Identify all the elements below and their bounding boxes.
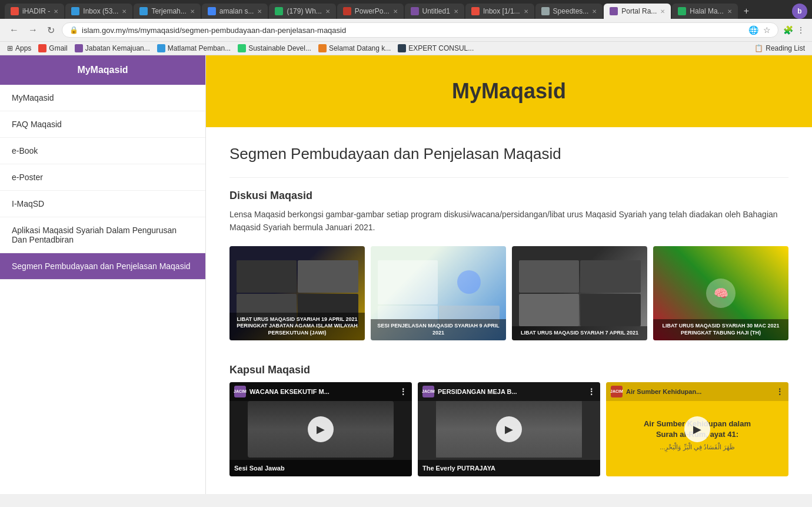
- selamat-favicon: [318, 44, 327, 52]
- page-content: MyMaqasid MyMaqasid FAQ Maqasid e-Book e…: [0, 55, 812, 494]
- tab-favicon: [208, 7, 216, 15]
- sidebar-item-faq[interactable]: FAQ Maqasid: [0, 111, 205, 138]
- hero-title: MyMaqasid: [218, 79, 800, 104]
- play-button[interactable]: ▶: [308, 416, 334, 442]
- tab-whatsapp[interactable]: (179) Wh... ✕: [269, 4, 335, 19]
- tab-amalan[interactable]: amalan s... ✕: [202, 4, 268, 19]
- close-icon[interactable]: ✕: [54, 8, 58, 15]
- sidebar-item-aplikasi[interactable]: Aplikasi Maqasid Syariah Dalam Pengurusa…: [0, 217, 205, 253]
- tab-halal[interactable]: Halal Ma... ✕: [672, 4, 737, 19]
- close-icon[interactable]: ✕: [393, 8, 398, 15]
- close-icon[interactable]: ✕: [592, 8, 597, 15]
- tab-favicon: [343, 7, 351, 15]
- sidebar-item-imaqsd[interactable]: I-MaqSD: [0, 191, 205, 217]
- video-2-header: JACIM PERSIDANGAN MEJA B... ⋮: [418, 382, 600, 401]
- close-icon[interactable]: ✕: [454, 8, 458, 15]
- bookmark-label: Gmail: [49, 44, 67, 52]
- sidebar-item-ebook[interactable]: e-Book: [0, 138, 205, 164]
- tab-title: Inbox (53...: [83, 7, 118, 15]
- tab-title: Speedtes...: [553, 7, 589, 15]
- close-icon[interactable]: ✕: [325, 8, 330, 15]
- tab-favicon: [275, 7, 283, 15]
- video-3[interactable]: JACIM Air Sumber Kehidupan... ⋮ Air Sumb…: [606, 382, 788, 476]
- tab-untitled[interactable]: Untitled1 ✕: [405, 4, 464, 19]
- tab-title: (179) Wh...: [287, 7, 321, 15]
- video-menu-icon[interactable]: ⋮: [399, 387, 407, 396]
- tab-powerpoint[interactable]: PowerPo... ✕: [337, 4, 404, 19]
- content-area: Segmen Pembudayaan dan Penjelasan Maqasi…: [206, 127, 812, 494]
- reading-list-button[interactable]: 📋 Reading List: [754, 44, 805, 52]
- sidebar-item-eposter[interactable]: e-Poster: [0, 164, 205, 191]
- bookmark-apps[interactable]: ⊞ Apps: [7, 44, 31, 52]
- bookmark-sustainable[interactable]: Sustainable Devel...: [238, 44, 311, 52]
- translate-icon[interactable]: 🌐: [748, 25, 758, 35]
- extensions-icon[interactable]: 🧩: [783, 25, 793, 35]
- video-menu-icon-2[interactable]: ⋮: [587, 387, 595, 396]
- diskusi-image-1[interactable]: LIBAT URUS MAQASID SYARIAH 19 APRIL 2021…: [229, 246, 365, 340]
- video-2-title: PERSIDANGAN MEJA B...: [438, 388, 517, 395]
- refresh-button[interactable]: ↻: [45, 24, 57, 37]
- profile-button[interactable]: b: [792, 4, 807, 19]
- close-icon[interactable]: ✕: [257, 8, 262, 15]
- bookmark-matlamat[interactable]: Matlamat Pemban...: [157, 44, 231, 52]
- video-menu-icon-3[interactable]: ⋮: [776, 387, 784, 396]
- play-button-3[interactable]: ▶: [684, 416, 710, 442]
- sidebar-item-segmen[interactable]: Segmen Pembudayaan dan Penjelasan Maqasi…: [0, 253, 205, 280]
- tab-title: Terjemah...: [151, 7, 186, 15]
- diskusi-image-2-label: SESI PENJELASAN MAQASID SYARIAH 9 APRIL …: [371, 319, 506, 340]
- tab-speedtest[interactable]: Speedtes... ✕: [535, 4, 603, 19]
- sustainable-favicon: [238, 44, 246, 52]
- tab-terjemah[interactable]: Terjemah... ✕: [134, 4, 200, 19]
- close-icon[interactable]: ✕: [122, 8, 127, 15]
- diskusi-image-2[interactable]: SESI PENJELASAN MAQASID SYARIAH 9 APRIL …: [371, 246, 506, 340]
- video-1-header: JACIM WACANA EKSEKUTIF M... ⋮: [229, 382, 412, 401]
- diskusi-section: Diskusi Maqasid Lensa Maqasid berkongsi …: [229, 190, 788, 340]
- diskusi-image-3[interactable]: LIBAT URUS MAQASID SYARIAH 7 APRIL 2021: [512, 246, 647, 340]
- bookmark-jabatan[interactable]: Jabatan Kemajuan...: [75, 44, 150, 52]
- tab-ihadir[interactable]: iHADIR - ✕: [5, 4, 64, 19]
- back-button[interactable]: ←: [7, 24, 21, 37]
- sidebar: MyMaqasid MyMaqasid FAQ Maqasid e-Book e…: [0, 55, 206, 494]
- tab-title: Halal Ma...: [690, 7, 723, 15]
- close-icon[interactable]: ✕: [524, 8, 528, 15]
- tab-inbox2[interactable]: Inbox [1/1... ✕: [465, 4, 534, 19]
- menu-icon[interactable]: ⋮: [797, 25, 805, 35]
- bookmark-gmail[interactable]: Gmail: [38, 44, 67, 52]
- kapsul-section: Kapsul Maqasid JACIM WACANA EKSEKUTIF M.…: [229, 364, 788, 476]
- bookmark-label: Jabatan Kemajuan...: [85, 44, 150, 52]
- close-icon[interactable]: ✕: [727, 8, 732, 15]
- video-3-title: Air Sumber Kehidupan...: [626, 388, 701, 395]
- section-divider: [229, 177, 788, 178]
- hero-banner: MyMaqasid: [206, 55, 812, 127]
- tab-title: amalan s...: [219, 7, 254, 15]
- navigation-bar: ← → ↻ 🔒 islam.gov.my/ms/mymaqasid/segmen…: [0, 19, 812, 42]
- forward-button[interactable]: →: [26, 24, 40, 37]
- bookmark-star-icon[interactable]: ☆: [763, 25, 771, 35]
- play-button-2[interactable]: ▶: [496, 416, 522, 442]
- new-tab-button[interactable]: +: [739, 4, 754, 19]
- jacim-logo-2: JACIM: [422, 386, 434, 397]
- address-bar[interactable]: 🔒 islam.gov.my/ms/mymaqasid/segmen-pembu…: [62, 22, 778, 38]
- diskusi-image-grid: LIBAT URUS MAQASID SYARIAH 19 APRIL 2021…: [229, 246, 788, 340]
- tab-favicon: [139, 7, 148, 15]
- tab-portal[interactable]: Portal Ra... ✕: [604, 4, 671, 19]
- close-icon[interactable]: ✕: [190, 8, 195, 15]
- close-icon[interactable]: ✕: [660, 8, 665, 15]
- tab-title: Inbox [1/1...: [483, 7, 520, 15]
- bookmark-selamat[interactable]: Selamat Datang k...: [318, 44, 391, 52]
- jacim-logo: JACIM: [234, 386, 246, 397]
- tab-favicon: [610, 7, 618, 15]
- sidebar-item-mymaqasid[interactable]: MyMaqasid: [0, 85, 205, 111]
- diskusi-image-4[interactable]: 🧠 LIBAT URUS MAQASID SYARIAH 30 MAC 2021…: [653, 246, 788, 340]
- bookmarks-bar: ⊞ Apps Gmail Jabatan Kemajuan... Matlama…: [0, 42, 812, 55]
- security-icon: 🔒: [69, 26, 78, 34]
- tab-inbox[interactable]: Inbox (53... ✕: [65, 4, 132, 19]
- diskusi-image-1-label: LIBAT URUS MAQASID SYARIAH 19 APRIL 2021…: [229, 313, 365, 340]
- jacim-logo-3: JACIM: [611, 386, 623, 397]
- bookmark-expert[interactable]: EXPERT CONSUL...: [398, 44, 474, 52]
- tab-bar: iHADIR - ✕ Inbox (53... ✕ Terjemah... ✕ …: [0, 0, 812, 19]
- video-1[interactable]: JACIM WACANA EKSEKUTIF M... ⋮ ▶: [229, 382, 412, 476]
- video-2[interactable]: JACIM PERSIDANGAN MEJA B... ⋮ ▶ The Ever…: [418, 382, 600, 476]
- main-content: MyMaqasid Segmen Pembudayaan dan Penjela…: [206, 55, 812, 494]
- bookmark-label: Selamat Datang k...: [329, 44, 391, 52]
